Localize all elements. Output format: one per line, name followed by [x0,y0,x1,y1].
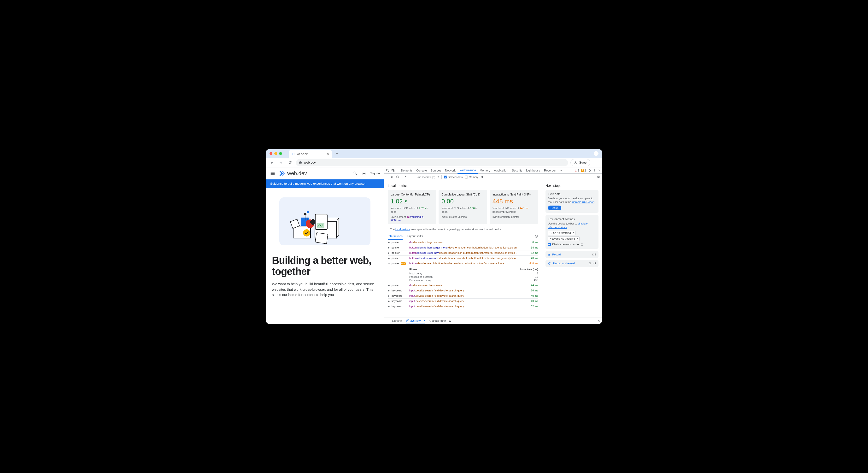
content-area: web.dev Sign in Guidance to build modern… [266,168,602,324]
address-bar[interactable]: web.dev [296,159,568,166]
expand-icon[interactable]: ▶ [388,294,390,297]
subtab-interactions[interactable]: Interactions [388,233,403,240]
devtools-tab-console[interactable]: Console [414,168,429,174]
hero-title: Building a better web, together [272,255,378,277]
expand-icon[interactable]: ▼ [388,262,390,265]
upload-icon[interactable] [404,176,407,178]
shifts-link[interactable]: 3 shifts [458,215,467,218]
url-text: web.dev [304,161,315,164]
inspect-icon[interactable] [385,168,390,174]
info-icon[interactable]: ⓘ [581,243,583,246]
close-window[interactable] [270,152,272,155]
traffic-lights [270,152,282,155]
reload-record-icon[interactable] [391,175,394,178]
interaction-row[interactable]: ▶keyboardinput.devsite-search-field.devs… [388,293,538,299]
inp-interaction-link[interactable]: pointer [511,215,519,218]
hamburger-menu[interactable] [270,171,275,176]
next-steps-title: Next steps [546,184,598,187]
maximize-window[interactable] [279,152,282,155]
drawer-tab-whatsnew[interactable]: What's new ✕ [406,318,425,324]
devtools-tab-network[interactable]: Network [443,168,458,174]
browser-toolbar: web.dev Guest ⋮ [266,158,602,168]
forward-button[interactable] [278,159,284,166]
screenshots-checkbox[interactable]: Screenshots [444,176,463,178]
interaction-row[interactable]: ▶pointerbutton#devsite-close-nav.devsite… [388,256,538,261]
devtools-tab-application[interactable]: Application [492,168,510,174]
record-action[interactable]: ◉ Record ⌘ E [546,251,598,258]
browser-menu-button[interactable]: ⋮ [593,159,599,166]
clear-interactions-icon[interactable] [535,235,538,238]
devtools-menu-icon[interactable]: ⋮ [593,169,596,172]
devtools-tab-lighthouse[interactable]: Lighthouse [524,168,542,174]
site-logo[interactable]: web.dev [279,170,307,177]
devtools-tab-performance[interactable]: Performance [458,168,478,174]
interaction-row[interactable]: ▶keyboardinput.devsite-search-field.devs… [388,304,538,309]
theme-icon[interactable] [362,171,366,176]
devtools-tab-sources[interactable]: Sources [429,168,443,174]
field-data-card: Field data See how your local metrics co… [546,190,598,213]
record-icon[interactable] [386,176,388,178]
webdev-favicon [291,152,295,156]
hero-illustration [279,198,370,245]
expand-icon[interactable]: ▶ [388,305,390,308]
minimize-window[interactable] [274,152,277,155]
expand-icon[interactable]: ▶ [388,300,390,303]
expand-icon[interactable]: ▶ [388,284,390,287]
interaction-row[interactable]: ▼pointerINPbutton.devsite-search-button.… [388,261,538,266]
cpu-throttle-select[interactable]: CPU: No throttling [548,231,576,235]
memory-checkbox[interactable]: Memory [465,176,478,178]
perf-settings-icon[interactable] [597,175,600,178]
expand-icon[interactable]: ▶ [388,252,390,255]
interaction-row[interactable]: ▶keyboardinput.devsite-search-field.devs… [388,288,538,293]
disable-cache-checkbox[interactable] [548,243,551,246]
signin-link[interactable]: Sign in [370,172,380,175]
settings-icon[interactable] [588,169,591,172]
record-reload-action[interactable]: Record and reload ⌘ ⇧ E [546,260,598,267]
tabs-dropdown[interactable]: ⌄ [594,151,598,156]
devtools-tab-memory[interactable]: Memory [478,168,492,174]
device-toolbar-icon[interactable] [391,168,395,174]
interaction-row[interactable]: ▶pointerbutton#devsite-close-nav.devsite… [388,250,538,256]
interaction-row[interactable]: ▶pointerdiv.devsite-search-container24 m… [388,283,538,288]
warning-badge[interactable]: !2 [581,169,586,172]
search-icon[interactable] [353,171,358,176]
devtools-tabs: ElementsConsoleSourcesNetworkPerformance… [384,168,602,174]
devtools-close-icon[interactable]: ✕ [598,169,600,172]
devtools-tab-security[interactable]: Security [510,168,524,174]
new-tab-button[interactable]: + [336,151,338,156]
drawer-menu-icon[interactable]: ⋮ [386,319,389,323]
interaction-row[interactable]: ▶keyboardinput.devsite-search-field.devs… [388,299,538,304]
expand-icon[interactable]: ▶ [388,246,390,249]
env-settings-card: Environment settings Use the device tool… [546,215,598,249]
network-throttle-select[interactable]: Network: No throttling [548,237,580,241]
download-icon[interactable] [409,176,412,178]
devtools-tabs-overflow[interactable]: » [558,168,564,174]
reload-button[interactable] [287,159,293,166]
drawer-close-icon[interactable]: ✕ [597,319,600,323]
crux-link[interactable]: Chrome UX Report [572,201,594,203]
devtools-tab-elements[interactable]: Elements [399,168,414,174]
browser-tab[interactable]: web.dev ✕ [289,150,332,158]
gc-icon[interactable] [481,175,484,178]
back-button[interactable] [269,159,275,166]
local-metrics-link[interactable]: local metrics [395,228,410,231]
recordings-dropdown[interactable]: (no recordings) [417,176,435,178]
svg-line-8 [363,174,363,175]
banner: Guidance to build modern web experiences… [266,179,384,188]
info-row: The local metrics are captured from the … [388,227,538,233]
interaction-row[interactable]: ▶pointerdiv.devsite-landing-row-inner8 m… [388,240,538,245]
setup-button[interactable]: Set up [548,206,561,210]
subtab-layout-shifts[interactable]: Layout shifts [407,233,423,239]
svg-rect-27 [315,233,328,244]
expand-icon[interactable]: ▶ [388,241,390,244]
tab-close-icon[interactable]: ✕ [327,152,329,156]
interaction-row[interactable]: ▶pointerbutton#devsite-hamburger-menu.de… [388,245,538,250]
devtools-tab-recorder[interactable]: Recorder [542,168,558,174]
error-badge[interactable]: ⊗2 [575,169,579,172]
profile-button[interactable]: Guest [570,159,590,166]
drawer-tab-ai[interactable]: AI assistance [429,319,451,323]
expand-icon[interactable]: ▶ [388,289,390,292]
drawer-tab-console[interactable]: Console [392,319,403,323]
expand-icon[interactable]: ▶ [388,257,390,260]
clear-icon[interactable] [396,175,399,178]
